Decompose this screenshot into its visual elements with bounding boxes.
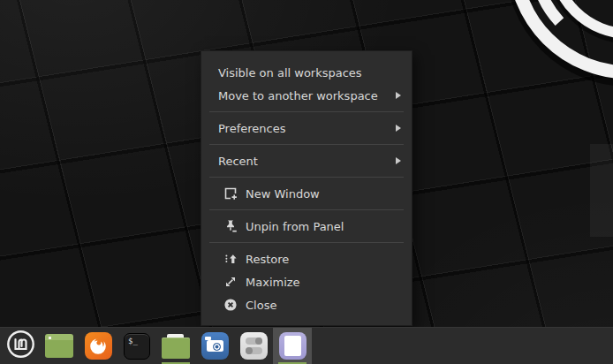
unpin-icon — [223, 219, 238, 234]
menu-separator — [209, 144, 404, 145]
menu-item-unpin-from-panel[interactable]: Unpin from Panel — [201, 215, 412, 238]
menu-item-recent[interactable]: Recent — [201, 149, 412, 172]
menu-separator — [209, 242, 404, 243]
screenshot-icon — [201, 332, 229, 360]
taskbar-item-screenshot[interactable] — [195, 328, 234, 364]
menu-item-label: Close — [246, 299, 276, 312]
wallpaper-light-tile — [590, 144, 613, 237]
window-app-icon — [45, 334, 73, 358]
taskbar-item-text-editor[interactable] — [273, 328, 312, 364]
panel-item-context-menu: Visible on all workspaces Move to anothe… — [201, 50, 412, 326]
taskbar-panel: $_ — [0, 327, 613, 364]
menu-item-label: Unpin from Panel — [246, 220, 344, 233]
taskbar-item-terminal[interactable]: $_ — [117, 328, 156, 364]
submenu-arrow-icon — [396, 125, 401, 132]
menu-item-label: Preferences — [218, 122, 285, 135]
menu-item-close[interactable]: Close — [201, 293, 412, 316]
menu-item-restore[interactable]: Restore — [201, 247, 412, 270]
close-icon — [223, 298, 238, 313]
text-editor-icon — [279, 332, 306, 360]
taskbar-item-firefox[interactable] — [79, 328, 117, 364]
taskbar-item-window-app[interactable] — [40, 328, 79, 364]
submenu-arrow-icon — [396, 157, 401, 164]
new-window-icon — [223, 186, 238, 201]
restore-icon — [223, 252, 238, 267]
menu-separator — [209, 209, 404, 210]
menu-item-new-window[interactable]: New Window — [201, 182, 412, 205]
taskbar-item-settings[interactable] — [234, 328, 273, 364]
taskbar-item-file-manager[interactable] — [156, 328, 195, 364]
menu-separator — [209, 177, 404, 178]
menu-separator — [209, 111, 404, 112]
menu-item-label: New Window — [246, 187, 320, 201]
menu-item-label: Move to another workspace — [218, 89, 378, 102]
firefox-icon — [85, 332, 112, 360]
menu-item-preferences[interactable]: Preferences — [201, 117, 412, 140]
mint-logo-watermark — [458, 0, 613, 155]
settings-icon — [240, 332, 268, 360]
terminal-icon: $_ — [124, 333, 150, 360]
menu-item-label: Restore — [246, 253, 289, 266]
menu-item-label: Visible on all workspaces — [218, 66, 362, 80]
menu-item-label: Maximize — [246, 276, 300, 289]
menu-item-maximize[interactable]: Maximize — [201, 270, 412, 293]
file-manager-icon — [162, 334, 190, 359]
menu-item-move-to-another-workspace[interactable]: Move to another workspace — [201, 84, 412, 107]
taskbar-item-mint-menu[interactable] — [1, 328, 40, 364]
submenu-arrow-icon — [396, 92, 401, 99]
mint-menu-icon — [6, 330, 35, 362]
menu-item-visible-on-all-workspaces[interactable]: Visible on all workspaces — [201, 61, 412, 84]
maximize-icon — [223, 275, 238, 290]
menu-item-label: Recent — [218, 155, 258, 168]
